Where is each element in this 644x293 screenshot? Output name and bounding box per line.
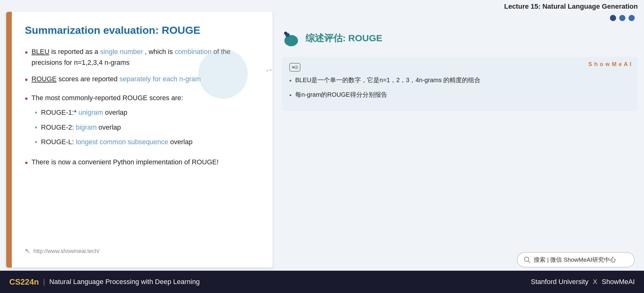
x-symbol: X xyxy=(593,278,598,286)
sub-bullet-text-1: ROUGE-1:* unigram overlap xyxy=(41,107,127,118)
bottom-right: Stanford University X ShowMeAI xyxy=(531,278,635,286)
cn-bullet-text-1: BLEU是一个单一的数字，它是n=1，2，3，4n-grams 的精度的组合 xyxy=(295,75,480,85)
sub-bullet-dot-2: ● xyxy=(35,124,37,131)
bigram-highlight: bigram xyxy=(76,123,97,131)
showmeai-brand-label: ShowMeAI xyxy=(602,278,635,286)
search-bar-container: 搜索 | 微信 ShowMeAI研究中心 xyxy=(282,252,638,268)
bullet-dot-1: • xyxy=(25,46,28,60)
nav-dot-1[interactable] xyxy=(610,15,616,21)
bottom-bar: CS224n | Natural Language Processing wit… xyxy=(0,271,644,293)
showmeai-logo xyxy=(282,29,300,47)
footer-url: http://www.showmeai.tech/ xyxy=(33,248,99,255)
cn-dot-2: • xyxy=(289,91,291,100)
dashed-connector-line xyxy=(266,64,273,71)
cn-bullet-1: • BLEU是一个单一的数字，它是n=1，2，3，4n-grams 的精度的组合 xyxy=(289,75,630,86)
nav-dot-2[interactable] xyxy=(619,15,625,21)
bottom-subtitle: Natural Language Processing with Deep Le… xyxy=(49,278,200,286)
bullet-item-4: • There is now a convenient Python imple… xyxy=(25,157,257,170)
bullet1-text-mid: , which is xyxy=(145,48,175,55)
bullet2-text-before: scores are reported xyxy=(59,75,120,83)
cn-bullet-text-2: 每n-gram的ROUGE得分分别报告 xyxy=(295,90,387,100)
bullet1-text-before: is reported as a xyxy=(51,48,100,55)
top-bar: Lecture 15: Natural Language Generation xyxy=(0,0,644,12)
bottom-divider: | xyxy=(43,278,45,286)
bullet-text-3: The most commonly-reported ROUGE scores … xyxy=(32,92,257,151)
cursor-icon: ↖ xyxy=(25,247,30,255)
cn-title-text: 综述评估: ROUGE xyxy=(305,32,382,45)
sub-bullet-text-2: ROUGE-2: bigram overlap xyxy=(41,122,121,133)
cn-dot-1: • xyxy=(289,76,291,86)
sub-bullet-dot-3: ● xyxy=(35,138,37,145)
combination-highlight: combination xyxy=(175,48,212,55)
bottom-left: CS224n | Natural Language Processing wit… xyxy=(9,277,200,287)
sub-bullet-text-3: ROUGE-L: longest common subsequence over… xyxy=(41,136,192,147)
svg-line-4 xyxy=(528,261,530,263)
slide-panel: Summarization evaluation: ROUGE • BLEU i… xyxy=(6,12,273,268)
decorative-circle xyxy=(198,49,248,99)
search-box[interactable]: 搜索 | 微信 ShowMeAI研究中心 xyxy=(517,252,635,268)
right-panel: 综述评估: ROUGE S h o w M e A I ≋ⓘ • BLEU是一个… xyxy=(282,12,638,268)
bullet-text-4: There is now a convenient Python impleme… xyxy=(32,157,257,167)
bullet-dot-3: • xyxy=(25,92,28,106)
nav-dot-3[interactable] xyxy=(629,15,635,21)
showmeai-badge: S h o w M e A I xyxy=(588,61,632,68)
slide-title: Summarization evaluation: ROUGE xyxy=(25,24,257,36)
search-icon xyxy=(524,256,531,263)
translation-card: S h o w M e A I ≋ⓘ • BLEU是一个单一的数字，它是n=1，… xyxy=(282,57,638,111)
bullet-item-3: • The most commonly-reported ROUGE score… xyxy=(25,92,257,151)
sub-bullet-dot-1: ● xyxy=(35,109,37,116)
bleu-text: BLEU xyxy=(32,48,49,55)
cs224n-label: CS224n xyxy=(9,277,39,287)
slide-accent-bar xyxy=(6,12,12,268)
unigram-highlight: unigram xyxy=(78,109,103,116)
search-label: 搜索 | 微信 ShowMeAI研究中心 xyxy=(534,256,616,264)
rouge-text: ROUGE xyxy=(32,75,57,83)
cn-title-section: 综述评估: ROUGE xyxy=(282,29,638,47)
ai-icon-text: ≋ⓘ xyxy=(292,65,298,70)
sub-bullet-rouge2: ● ROUGE-2: bigram overlap xyxy=(35,122,257,133)
cn-bullet-2: • 每n-gram的ROUGE得分分别报告 xyxy=(289,90,630,100)
sub-bullets: ● ROUGE-1:* unigram overlap ● ROUGE-2: b… xyxy=(35,107,257,147)
lecture-title: Lecture 15: Natural Language Generation xyxy=(504,2,638,10)
lcs-highlight: longest common subsequence xyxy=(76,138,168,146)
bullet-dot-2: • xyxy=(25,73,28,87)
svg-point-2 xyxy=(284,32,287,35)
slide-footer: ↖ http://www.showmeai.tech/ xyxy=(25,241,257,255)
separately-highlight: separately for each n-gram xyxy=(120,75,201,83)
single-number-highlight: single number xyxy=(100,48,143,55)
bullet-dot-4: • xyxy=(25,156,28,170)
nav-dots xyxy=(282,15,638,21)
stanford-label: Stanford University xyxy=(531,278,589,286)
sub-bullet-rougel: ● ROUGE-L: longest common subsequence ov… xyxy=(35,136,257,147)
sub-section-label: The most commonly-reported ROUGE scores … xyxy=(32,94,183,102)
sub-bullet-rouge1: ● ROUGE-1:* unigram overlap xyxy=(35,107,257,118)
ai-icon: ≋ⓘ xyxy=(289,63,300,72)
main-content: Summarization evaluation: ROUGE • BLEU i… xyxy=(0,12,644,271)
